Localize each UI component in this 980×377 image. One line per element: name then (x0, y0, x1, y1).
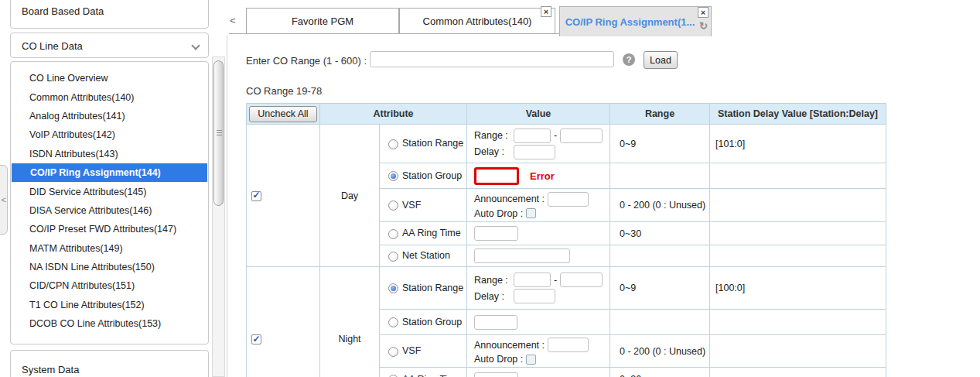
day-range-from-input[interactable] (514, 129, 551, 143)
day-announcement-input[interactable] (548, 192, 589, 207)
night-station-group-input[interactable] (474, 315, 517, 330)
tab-common-attributes[interactable]: Common Attributes(140) × (399, 8, 555, 34)
night-announcement-input[interactable] (548, 338, 589, 352)
night-auto-drop-checkbox[interactable] (526, 355, 536, 365)
option-label: AA Ring Time (402, 374, 461, 377)
header-cell-attribute: Attribute (320, 104, 467, 125)
option-cell: AA Ring Time (380, 368, 467, 377)
night-delay-input[interactable] (514, 289, 555, 303)
night-range-from-input[interactable] (514, 272, 551, 287)
sidebar-item-analog-attributes[interactable]: Analog Attributes(141) (11, 107, 208, 125)
station-delay-cell: [100:0] (710, 267, 886, 310)
option-label: Station Group (402, 170, 462, 181)
announcement-field-label: Announcement : (474, 340, 545, 351)
option-label: Net Station (402, 250, 450, 261)
sidebar-item-isdn-attributes[interactable]: ISDN Attributes(143) (11, 145, 208, 163)
range-field-label: Range : (474, 275, 510, 286)
day-delay-input[interactable] (514, 145, 555, 159)
day-net-station-radio[interactable] (388, 252, 398, 262)
day-group-checkbox[interactable] (251, 191, 261, 201)
tab-favorite-pgm[interactable]: Favorite PGM (246, 8, 399, 34)
range-cell (610, 310, 710, 335)
sidebar-item-voip-attributes[interactable]: VoIP Attributes(142) (11, 125, 208, 144)
sidebar-item-co-line-overview[interactable]: CO Line Overview (11, 69, 208, 87)
station-delay-cell (710, 222, 886, 245)
sidebar-collapse-handle[interactable]: < (0, 165, 8, 235)
value-cell: Range : - Delay : (467, 125, 610, 163)
day-auto-drop-checkbox[interactable] (526, 208, 536, 218)
night-group-cell (247, 267, 320, 377)
sidebar-section-label: CO Line Data (22, 39, 83, 51)
day-vsf-radio[interactable] (388, 200, 398, 211)
value-cell: Error (467, 163, 610, 189)
close-icon[interactable]: × (541, 6, 551, 17)
station-delay-cell (710, 163, 886, 189)
station-delay-cell (710, 189, 886, 222)
day-range-to-input[interactable] (560, 129, 603, 143)
day-group-cell (247, 125, 320, 267)
table-row: Night Station Range Range : - Delay : 0~… (247, 267, 886, 310)
night-vsf-radio[interactable] (388, 347, 398, 357)
tab-coip-ring-assignment-active[interactable]: CO/IP Ring Assignment(1... × ↻ (559, 6, 712, 36)
sidebar-item-common-attributes[interactable]: Common Attributes(140) (11, 87, 208, 106)
sidebar-item-matm-attributes[interactable]: MATM Attributes(149) (11, 239, 208, 258)
co-range-form-label: Enter CO Range (1 - 600) : (246, 55, 367, 67)
day-station-group-input[interactable] (474, 167, 519, 185)
station-delay-cell (710, 245, 886, 267)
value-cell (467, 222, 610, 245)
refresh-icon[interactable]: ↻ (699, 20, 708, 32)
station-delay-cell (710, 368, 886, 377)
sidebar-item-disa-service-attributes[interactable]: DISA Service Attributes(146) (11, 201, 208, 220)
option-cell: AA Ring Time (380, 222, 467, 245)
sidebar-item-dcob-co-line-attributes[interactable]: DCOB CO Line Attributes(153) (11, 314, 208, 333)
day-net-station-input[interactable] (474, 248, 570, 263)
option-label: Station Range (402, 138, 463, 149)
day-aa-ring-time-input[interactable] (474, 226, 518, 241)
header-cell-range: Range (610, 104, 710, 125)
header-cell-value: Value (467, 104, 610, 125)
option-label: VSF (402, 200, 421, 211)
sidebar-section-board-based-data[interactable]: Board Based Data (10, 0, 209, 29)
option-cell: Station Range (380, 267, 467, 310)
sidebar-section-co-line-data[interactable]: CO Line Data (10, 33, 209, 58)
night-station-range-radio[interactable] (388, 283, 398, 293)
auto-drop-field-label: Auto Drop : (474, 354, 523, 365)
sidebar-item-did-service-attributes[interactable]: DID Service Attributes(145) (11, 182, 208, 200)
night-range-to-input[interactable] (560, 272, 603, 287)
sidebar-item-na-isdn-line-attributes[interactable]: NA ISDN Line Attributes(150) (11, 258, 208, 276)
sidebar-item-t1-co-line-attributes[interactable]: T1 CO Line Attributes(152) (11, 296, 208, 314)
option-cell: Station Range (380, 125, 467, 163)
announcement-field-label: Announcement : (474, 194, 545, 204)
range-cell: 0~30 (610, 368, 710, 377)
sidebar-item-coip-ring-assignment[interactable]: CO/IP Ring Assignment(144) (12, 163, 207, 182)
night-label-cell: Night (320, 267, 380, 377)
ring-assignment-table: Uncheck All Attribute Value Range Statio… (246, 103, 886, 377)
sidebar-section-system-data[interactable]: System Data (10, 350, 209, 377)
day-station-group-radio[interactable] (388, 171, 398, 181)
app-window: Board Based Data CO Line Data CO Line Ov… (0, 0, 980, 377)
tab-label: CO/IP Ring Assignment(1... (565, 16, 695, 28)
value-cell (467, 368, 610, 377)
station-delay-cell (710, 335, 886, 368)
close-icon[interactable]: × (698, 7, 709, 18)
help-icon[interactable]: ? (623, 53, 635, 66)
day-station-range-radio[interactable] (388, 139, 398, 149)
sidebar-section-label: System Data (22, 364, 79, 375)
co-range-input[interactable] (370, 51, 614, 67)
option-cell: Net Station (380, 245, 467, 267)
night-aa-ring-time-input[interactable] (474, 372, 518, 377)
range-cell: 0~9 (610, 267, 710, 310)
tabstrip-baseline (229, 33, 559, 34)
uncheck-all-button[interactable]: Uncheck All (249, 106, 317, 122)
night-station-group-radio[interactable] (388, 317, 398, 327)
tab-label: Common Attributes(140) (423, 15, 532, 27)
option-label: VSF (402, 345, 421, 356)
scrollbar-thumb[interactable] (213, 60, 224, 206)
night-group-checkbox[interactable] (251, 334, 261, 344)
sidebar-item-cid-cpn-attributes[interactable]: CID/CPN Attributes(151) (11, 276, 208, 295)
load-button[interactable]: Load (644, 51, 678, 69)
day-aa-ring-time-radio[interactable] (388, 229, 398, 239)
sidebar-item-coip-preset-fwd-attributes[interactable]: CO/IP Preset FWD Attributes(147) (11, 220, 208, 238)
tab-scroll-left-arrow[interactable]: < (230, 15, 236, 26)
sidebar-scrollbar[interactable] (212, 57, 225, 377)
